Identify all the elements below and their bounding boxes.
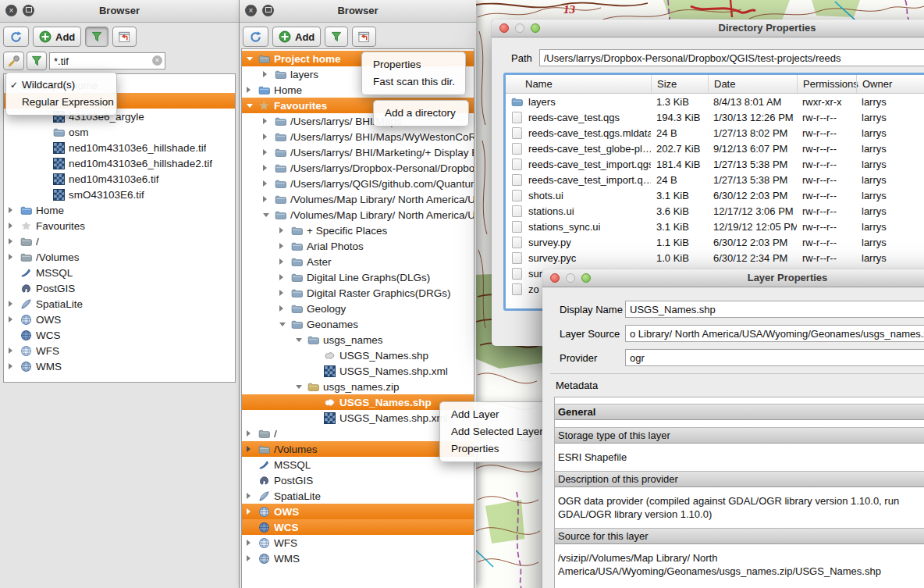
tree-item[interactable]: PostGIS xyxy=(4,280,235,296)
table-row[interactable]: reeds-cave_test.qgs194.3 KiB1/30/13 12:2… xyxy=(506,109,924,125)
filter-input[interactable] xyxy=(49,52,165,69)
tree-item[interactable]: osm xyxy=(4,124,235,140)
menu-item-wildcards[interactable]: ✓Wildcard(s) xyxy=(6,77,116,94)
chevron-right-icon[interactable] xyxy=(9,254,20,260)
menu-item-add-layer[interactable]: Add Layer xyxy=(440,406,549,423)
chevron-right-icon[interactable] xyxy=(247,430,258,437)
tree-item[interactable]: WFS xyxy=(242,535,474,551)
chevron-right-icon[interactable] xyxy=(247,508,258,515)
chevron-right-icon[interactable] xyxy=(263,165,274,171)
column-header-name[interactable]: Name xyxy=(506,75,651,93)
tree-item[interactable]: /Users/larrys/Dropbox-Personal/Dropbo xyxy=(242,160,474,176)
column-header-size[interactable]: Size xyxy=(651,75,708,93)
chevron-right-icon[interactable] xyxy=(247,87,258,93)
column-header-permissions[interactable]: Permissions xyxy=(797,75,856,93)
path-input[interactable] xyxy=(539,49,924,66)
tree-item[interactable]: WCS xyxy=(4,327,235,343)
tree-item[interactable]: Geology xyxy=(242,301,474,316)
chevron-right-icon[interactable] xyxy=(9,223,20,229)
chevron-right-icon[interactable] xyxy=(263,149,274,155)
table-row[interactable]: survey.py1.1 KiB6/30/12 2:03 PMrw-r--r--… xyxy=(506,234,924,250)
add-button[interactable]: Add xyxy=(272,27,321,47)
tree-item[interactable]: OWS xyxy=(242,504,474,519)
tree-item[interactable]: WFS xyxy=(4,343,235,358)
table-row[interactable]: stations.ui3.6 KiB12/17/12 3:06 PMrw-r--… xyxy=(506,203,924,219)
tree-item[interactable]: Aster xyxy=(242,254,474,269)
add-button[interactable]: Add xyxy=(33,27,81,47)
chevron-down-icon[interactable] xyxy=(247,57,258,61)
chevron-right-icon[interactable] xyxy=(9,238,20,244)
clear-filter-icon[interactable]: × xyxy=(152,55,162,66)
menu-item-regular-expression[interactable]: Regular Expression xyxy=(6,94,116,111)
tree-item[interactable]: /Users/larrys/ BHI/Maps/WyWestonCoRa xyxy=(242,129,474,144)
tree-item[interactable]: /Users/larrys/QGIS/github.com/Quantum xyxy=(242,176,474,191)
chevron-right-icon[interactable] xyxy=(263,71,274,77)
menu-item-properties[interactable]: Properties xyxy=(362,56,465,73)
tree-item[interactable]: /Volumes xyxy=(4,249,235,265)
column-header-owner[interactable]: Owner xyxy=(856,75,924,93)
tree-item[interactable]: SpatiaLite xyxy=(242,488,474,504)
menu-item-add-selected-layers[interactable]: Add Selected Layers xyxy=(440,423,549,440)
chevron-right-icon[interactable] xyxy=(279,227,290,233)
chevron-right-icon[interactable] xyxy=(9,363,20,369)
tree-item[interactable]: Geonames xyxy=(242,316,474,332)
chevron-down-icon[interactable] xyxy=(263,213,274,217)
display-name-input[interactable] xyxy=(625,301,924,318)
chevron-right-icon[interactable] xyxy=(9,301,20,307)
collapse-tree-button[interactable] xyxy=(112,27,137,47)
tree-item[interactable]: Home xyxy=(4,202,235,218)
chevron-right-icon[interactable] xyxy=(279,274,290,280)
tree-item[interactable]: /Volumes/Map Library/ North America/U xyxy=(242,207,474,223)
dialog-titlebar[interactable]: Directory Properties xyxy=(492,20,924,37)
refresh-button[interactable] xyxy=(3,27,29,47)
tree-item[interactable]: /Users/larrys/ BHI/Marketing/+ Display E xyxy=(242,144,474,160)
chevron-right-icon[interactable] xyxy=(263,118,274,124)
tree-item[interactable]: Arial Photos xyxy=(242,238,474,254)
chevron-right-icon[interactable] xyxy=(9,347,20,354)
chevron-right-icon[interactable] xyxy=(279,305,290,312)
table-row[interactable]: reeds-cave_test_import.q…24 B1/27/13 5:3… xyxy=(506,172,924,187)
chevron-right-icon[interactable] xyxy=(279,243,290,249)
chevron-right-icon[interactable] xyxy=(247,555,258,561)
chevron-right-icon[interactable] xyxy=(263,134,274,140)
table-row[interactable]: reeds-cave_test_import.qgs181.4 KiB1/27/… xyxy=(506,156,924,172)
column-header-date[interactable]: Date xyxy=(708,75,797,93)
tree-item[interactable]: ★Favourites xyxy=(4,218,235,233)
tree-item[interactable]: SpatiaLite xyxy=(4,296,235,312)
chevron-down-icon[interactable] xyxy=(296,338,307,342)
dialog-titlebar[interactable]: Layer Properties xyxy=(542,269,924,287)
table-row[interactable]: layers1.3 KiB8/4/13 8:01 AMrwxr-xr-xlarr… xyxy=(506,94,924,109)
tree-item[interactable]: usgs_names xyxy=(242,332,474,347)
chevron-right-icon[interactable] xyxy=(9,207,20,213)
tree-item[interactable]: OWS xyxy=(4,312,235,327)
tree-item[interactable]: usgs_names.zip xyxy=(242,379,474,394)
tree-item[interactable]: /Volumes/Map Library/ North America/U xyxy=(242,191,474,207)
chevron-right-icon[interactable] xyxy=(247,493,258,499)
collapse-tree-button[interactable] xyxy=(352,27,376,47)
chevron-right-icon[interactable] xyxy=(279,258,290,265)
refresh-button[interactable] xyxy=(243,27,268,47)
table-row[interactable]: reeds-cave_test.qgs.mldata24 B1/27/13 8:… xyxy=(506,125,924,141)
tree-item[interactable]: WMS xyxy=(242,551,474,566)
apply-filter-button[interactable] xyxy=(27,52,47,70)
layer-source-input[interactable] xyxy=(625,325,924,342)
chevron-right-icon[interactable] xyxy=(9,316,20,323)
tree-item[interactable]: WCS xyxy=(242,519,474,535)
table-row[interactable]: survey.pyc1.0 KiB6/30/12 2:34 PMrw-r--r-… xyxy=(506,250,924,265)
provider-input[interactable] xyxy=(625,349,924,366)
tree-item[interactable]: MSSQL xyxy=(4,265,235,280)
menu-item-fast-scan[interactable]: Fast scan this dir. xyxy=(362,73,465,91)
tree-item[interactable]: Digital Raster Graphics(DRGs) xyxy=(242,285,474,301)
tree-item[interactable]: USGS_Names.shp.xml xyxy=(242,363,474,379)
menu-item-add-directory[interactable]: Add a directory xyxy=(374,105,468,122)
chevron-right-icon[interactable] xyxy=(263,196,274,202)
metadata-view[interactable]: GeneralStorage type of this layerESRI Sh… xyxy=(554,397,924,588)
table-row[interactable]: stations_sync.ui3.1 KiB12/19/12 12:05 PM… xyxy=(506,219,924,234)
tree-item[interactable]: WMS xyxy=(4,358,235,374)
chevron-right-icon[interactable] xyxy=(247,540,258,546)
chevron-right-icon[interactable] xyxy=(279,290,290,296)
chevron-right-icon[interactable] xyxy=(263,180,274,187)
filter-options-button[interactable] xyxy=(3,52,24,70)
table-row[interactable]: reeds-cave_test_globe-pl…202.7 KiB9/12/1… xyxy=(506,141,924,156)
menu-item-properties[interactable]: Properties xyxy=(440,440,549,458)
